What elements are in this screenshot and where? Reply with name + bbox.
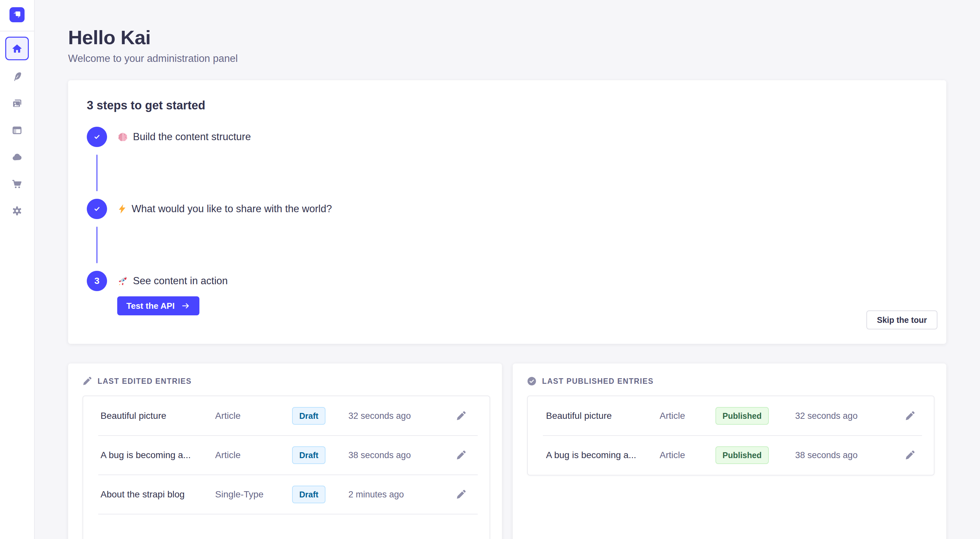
entry-title: Beautiful picture bbox=[546, 411, 660, 421]
sidebar-item-cloud[interactable] bbox=[5, 145, 29, 169]
onboarding-card: 3 steps to get started Bu bbox=[68, 80, 946, 344]
last-published-header: LAST PUBLISHED ENTRIES bbox=[527, 377, 935, 386]
entry-time: 38 seconds ago bbox=[348, 450, 455, 460]
images-icon bbox=[12, 98, 22, 109]
cloud-icon bbox=[11, 152, 22, 162]
step-1-label: Build the content structure bbox=[133, 131, 251, 143]
test-api-button[interactable]: Test the API bbox=[117, 296, 199, 315]
table-row: Beautiful picture Article Published 32 s… bbox=[528, 396, 934, 436]
pencil-icon bbox=[905, 450, 915, 460]
page-subtitle: Welcome to your administration panel bbox=[68, 53, 946, 65]
step-2-label-row: What would you like to share with the wo… bbox=[117, 203, 332, 215]
sidebar-item-settings[interactable] bbox=[5, 199, 29, 223]
edit-entry-button[interactable] bbox=[904, 450, 915, 461]
check-icon bbox=[92, 132, 102, 142]
check-circle-icon bbox=[527, 377, 536, 386]
sidebar-nav bbox=[5, 65, 29, 226]
gear-icon bbox=[11, 205, 22, 216]
entry-title: A bug is becoming a... bbox=[100, 450, 215, 460]
arrow-right-icon bbox=[181, 302, 190, 310]
test-api-label: Test the API bbox=[126, 301, 175, 311]
status-badge: Published bbox=[716, 407, 769, 425]
step-connector bbox=[96, 227, 97, 263]
step-2: What would you like to share with the wo… bbox=[87, 199, 927, 219]
pencil-icon bbox=[456, 450, 466, 460]
table-row: A bug is becoming a... Article Published… bbox=[528, 436, 934, 475]
pencil-icon bbox=[905, 411, 915, 421]
entry-title: A bug is becoming a... bbox=[546, 450, 660, 460]
last-published-panel: LAST PUBLISHED ENTRIES Beautiful picture… bbox=[513, 364, 947, 539]
table-row: About the strapi blog Single-Type Draft … bbox=[83, 475, 490, 514]
feather-icon bbox=[12, 72, 22, 82]
last-published-table: Beautiful picture Article Published 32 s… bbox=[527, 396, 935, 475]
step-3-label: See content in action bbox=[133, 275, 228, 287]
edit-entry-button[interactable] bbox=[904, 410, 915, 421]
step-1-label-row: Build the content structure bbox=[117, 131, 251, 143]
entry-time: 32 seconds ago bbox=[348, 411, 455, 421]
entry-title: Beautiful picture bbox=[100, 411, 215, 421]
entry-type: Article bbox=[215, 450, 292, 460]
step-connector bbox=[96, 154, 97, 191]
step-2-label: What would you like to share with the wo… bbox=[132, 203, 332, 215]
entry-time: 2 minutes ago bbox=[348, 490, 455, 500]
page-header: Hello Kai Welcome to your administration… bbox=[68, 26, 946, 65]
zap-icon bbox=[117, 204, 127, 215]
entry-time: 38 seconds ago bbox=[795, 450, 905, 460]
sidebar-item-content-type-builder[interactable] bbox=[5, 119, 29, 142]
pencil-icon bbox=[83, 377, 92, 386]
edit-entry-button[interactable] bbox=[455, 489, 466, 500]
step-3-marker: 3 bbox=[87, 271, 107, 291]
last-published-title: LAST PUBLISHED ENTRIES bbox=[542, 377, 654, 386]
layout-icon bbox=[12, 125, 22, 135]
edit-entry-button[interactable] bbox=[455, 410, 466, 421]
cart-icon bbox=[11, 179, 22, 189]
strapi-logo[interactable] bbox=[10, 7, 25, 22]
pencil-icon bbox=[456, 411, 466, 421]
step-3-label-row: See content in action bbox=[117, 275, 228, 287]
entry-type: Article bbox=[660, 411, 716, 421]
table-row: Beautiful picture Article Draft 32 secon… bbox=[83, 396, 490, 436]
step-2-marker bbox=[87, 199, 107, 219]
last-edited-header: LAST EDITED ENTRIES bbox=[83, 377, 490, 386]
status-badge: Draft bbox=[292, 486, 326, 503]
pencil-icon bbox=[456, 490, 466, 499]
status-badge: Draft bbox=[292, 446, 326, 464]
last-edited-title: LAST EDITED ENTRIES bbox=[97, 377, 191, 386]
home-icon bbox=[11, 43, 22, 54]
sidebar-divider bbox=[0, 31, 34, 32]
onboarding-title: 3 steps to get started bbox=[87, 99, 927, 112]
sidebar-item-content-manager[interactable] bbox=[5, 65, 29, 88]
strapi-logo-icon bbox=[11, 9, 22, 20]
rocket-icon bbox=[117, 275, 128, 286]
page-title: Hello Kai bbox=[68, 26, 946, 49]
entry-type: Article bbox=[215, 411, 292, 421]
edit-entry-button[interactable] bbox=[455, 450, 466, 461]
status-badge: Published bbox=[716, 446, 769, 464]
table-row: A bug is becoming a... Article Draft 38 … bbox=[83, 436, 490, 475]
brain-icon bbox=[117, 131, 128, 142]
check-icon bbox=[92, 204, 102, 213]
main-content: Hello Kai Welcome to your administration… bbox=[35, 0, 980, 539]
last-edited-table: Beautiful picture Article Draft 32 secon… bbox=[83, 396, 490, 539]
app-window: Hello Kai Welcome to your administration… bbox=[0, 0, 980, 539]
entry-title: About the strapi blog bbox=[100, 489, 215, 500]
entry-type: Single-Type bbox=[215, 489, 292, 500]
sidebar-item-home[interactable] bbox=[5, 37, 29, 60]
entries-panels: LAST EDITED ENTRIES Beautiful picture Ar… bbox=[68, 364, 946, 539]
sidebar-item-media-library[interactable] bbox=[5, 92, 29, 115]
step-3: 3 See content in action bbox=[87, 271, 927, 291]
onboarding-steps: Build the content structure What bbox=[87, 127, 927, 315]
entry-time: 32 seconds ago bbox=[795, 411, 905, 421]
last-edited-panel: LAST EDITED ENTRIES Beautiful picture Ar… bbox=[68, 364, 502, 539]
step-1: Build the content structure bbox=[87, 127, 927, 147]
sidebar-item-marketplace[interactable] bbox=[5, 172, 29, 196]
skip-tour-button[interactable]: Skip the tour bbox=[866, 310, 937, 329]
sidebar bbox=[0, 0, 35, 539]
entry-type: Article bbox=[660, 450, 716, 460]
step-1-marker bbox=[87, 127, 107, 147]
status-badge: Draft bbox=[292, 407, 326, 425]
